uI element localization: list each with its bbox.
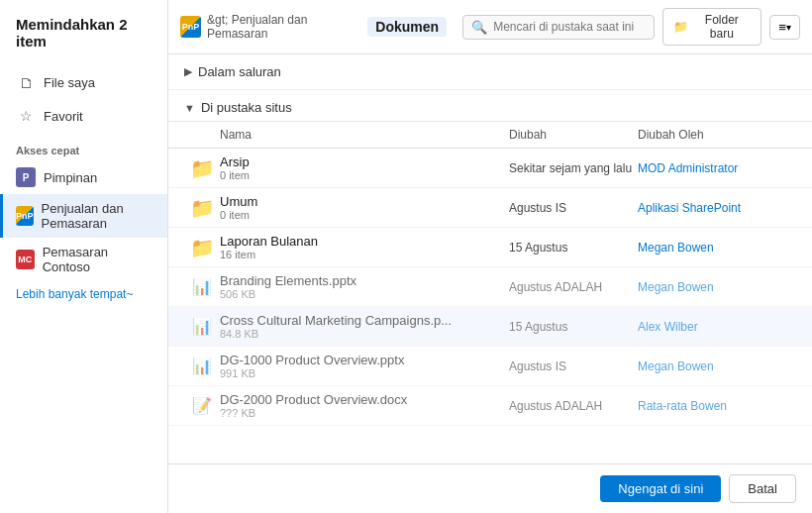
- chevron-right-icon: ▶: [184, 65, 192, 78]
- file-list: Nama Diubah Diubah Oleh 📁 Arsip 0 item S…: [168, 121, 812, 426]
- section-dalam-saluran-label: Dalam saluran: [198, 64, 281, 79]
- col-icon: [184, 128, 220, 142]
- file-date: Agustus IS: [509, 201, 638, 215]
- sidebar-more-link[interactable]: Lebih banyak tempat~: [0, 281, 167, 307]
- section-di-pustaka-label: Di pustaka situs: [201, 100, 292, 115]
- folder-icon: 📁: [184, 196, 220, 220]
- file-name-cell: Laporan Bulanan 16 item: [220, 234, 509, 260]
- sidebar-section-label: Akses cepat: [0, 133, 167, 160]
- folder-new-button[interactable]: 📁 Folder baru: [662, 8, 761, 46]
- file-date: Sekitar sejam yang lalu: [509, 161, 638, 175]
- sidebar-label-pemasaran: Pemasaran Contoso: [43, 245, 152, 274]
- table-row[interactable]: 📊 Cross Cultural Marketing Campaigns.p..…: [168, 307, 812, 347]
- file-name: Laporan Bulanan: [220, 234, 509, 249]
- menu-icon: ≡: [778, 20, 786, 35]
- confirm-button[interactable]: Ngengat di sini: [600, 475, 721, 502]
- ppt-icon: 📊: [184, 277, 220, 296]
- file-date: Agustus ADALAH: [509, 280, 638, 294]
- main-panel: PnP &gt; Penjualan dan Pemasaran Dokumen…: [168, 0, 812, 513]
- sidebar-item-pemasaran[interactable]: MC Pemasaran Contoso: [0, 238, 167, 281]
- sidebar-label-pimpinan: Pimpinan: [44, 170, 97, 185]
- col-diubah-oleh: Diubah Oleh: [638, 128, 796, 142]
- breadcrumb-path: &gt; Penjualan dan Pemasaran: [207, 13, 363, 41]
- file-name: Branding Elements.pptx: [220, 273, 509, 288]
- file-name: DG-2000 Product Overview.docx: [220, 392, 509, 407]
- section-dalam-saluran[interactable]: ▶ Dalam saluran: [168, 54, 812, 90]
- sidebar-item-file-saya[interactable]: 🗋 File saya: [0, 65, 167, 99]
- file-date: Agustus IS: [509, 359, 638, 373]
- table-row[interactable]: 📁 Umum 0 item Agustus IS Aplikasi ShareP…: [168, 188, 812, 228]
- table-row[interactable]: 📊 DG-1000 Product Overview.pptx 991 KB A…: [168, 347, 812, 386]
- breadcrumb-site-icon: PnP: [180, 16, 201, 38]
- file-name: Cross Cultural Marketing Campaigns.p...: [220, 313, 509, 328]
- file-icon: 🗋: [16, 72, 36, 92]
- file-name-cell: Cross Cultural Marketing Campaigns.p... …: [220, 313, 509, 340]
- folder-new-label: Folder baru: [692, 13, 751, 41]
- section-di-pustaka[interactable]: ▼ Di pustaka situs: [168, 90, 812, 121]
- col-name: Nama: [220, 128, 509, 142]
- bottombar: Ngengat di sini Batal: [168, 463, 812, 513]
- pimpinan-icon: P: [16, 167, 36, 187]
- file-date: Agustus ADALAH: [509, 399, 638, 413]
- file-author[interactable]: Rata-rata Bowen: [638, 399, 796, 413]
- doc-icon: 📝: [184, 396, 220, 415]
- pemasaran-icon: MC: [16, 250, 35, 269]
- topbar: PnP &gt; Penjualan dan Pemasaran Dokumen…: [168, 0, 812, 54]
- ppt-icon: 📊: [184, 317, 220, 336]
- folder-icon: 📁: [184, 236, 220, 259]
- file-name-cell: DG-1000 Product Overview.pptx 991 KB: [220, 353, 509, 379]
- sidebar-item-favorit[interactable]: ☆ Favorit: [0, 99, 167, 133]
- file-list-header: Nama Diubah Diubah Oleh: [168, 122, 812, 149]
- cancel-button[interactable]: Batal: [729, 474, 796, 503]
- file-sub: 0 item: [220, 209, 509, 221]
- file-sub: 991 KB: [220, 367, 509, 379]
- file-name-cell: Branding Elements.pptx 506 KB: [220, 273, 509, 300]
- sidebar-label-file-saya: File saya: [44, 75, 95, 90]
- file-name-cell: DG-2000 Product Overview.docx ??? KB: [220, 392, 509, 419]
- file-author[interactable]: Megan Bowen: [638, 280, 796, 294]
- sidebar-title: Memindahkan 2 item: [0, 16, 167, 65]
- ppt-icon: 📊: [184, 357, 220, 375]
- file-author[interactable]: Megan Bowen: [638, 359, 796, 373]
- breadcrumb-current: Dokumen: [367, 17, 447, 37]
- file-date: 15 Agustus: [509, 320, 638, 334]
- sidebar: Memindahkan 2 item 🗋 File saya ☆ Favorit…: [0, 0, 168, 513]
- search-icon: 🔍: [471, 20, 487, 35]
- sidebar-label-favorit: Favorit: [44, 109, 83, 124]
- star-icon: ☆: [16, 106, 36, 126]
- breadcrumb: PnP &gt; Penjualan dan Pemasaran Dokumen: [180, 13, 447, 41]
- file-sub: 16 item: [220, 249, 509, 260]
- menu-button[interactable]: ≡ ▾: [769, 15, 800, 40]
- folder-icon: 📁: [184, 156, 220, 180]
- col-diubah: Diubah: [509, 128, 638, 142]
- table-row[interactable]: 📝 DG-2000 Product Overview.docx ??? KB A…: [168, 386, 812, 426]
- search-box[interactable]: 🔍: [462, 15, 655, 40]
- file-sub: 84.8 KB: [220, 328, 509, 340]
- file-author[interactable]: Alex Wilber: [638, 320, 796, 334]
- search-input[interactable]: [493, 20, 646, 34]
- file-date: 15 Agustus: [509, 241, 638, 255]
- file-sub: 506 KB: [220, 288, 509, 300]
- file-author[interactable]: Aplikasi SharePoint: [638, 201, 796, 215]
- content-area: ▶ Dalam saluran ▼ Di pustaka situs Nama …: [168, 54, 812, 463]
- file-author[interactable]: Megan Bowen: [638, 241, 796, 255]
- folder-icon: 📁: [673, 20, 688, 34]
- file-author[interactable]: MOD Administrator: [638, 161, 796, 175]
- table-row[interactable]: 📊 Branding Elements.pptx 506 KB Agustus …: [168, 267, 812, 307]
- file-sub: ??? KB: [220, 407, 509, 419]
- sidebar-label-penjualan: Penjualan dan Pemasaran: [42, 201, 152, 231]
- file-sub: 0 item: [220, 169, 509, 181]
- file-name-cell: Umum 0 item: [220, 194, 509, 221]
- sidebar-item-pimpinan[interactable]: P Pimpinan: [0, 160, 167, 194]
- file-name: DG-1000 Product Overview.pptx: [220, 353, 509, 367]
- file-name: Arsip: [220, 154, 509, 169]
- penjualan-icon: PnP: [16, 206, 34, 226]
- file-name: Umum: [220, 194, 509, 209]
- chevron-down-icon: ▼: [184, 102, 195, 114]
- chevron-down-icon: ▾: [786, 22, 791, 33]
- file-name-cell: Arsip 0 item: [220, 154, 509, 181]
- table-row[interactable]: 📁 Laporan Bulanan 16 item 15 Agustus Meg…: [168, 228, 812, 267]
- table-row[interactable]: 📁 Arsip 0 item Sekitar sejam yang lalu M…: [168, 149, 812, 188]
- sidebar-item-penjualan[interactable]: PnP Penjualan dan Pemasaran: [0, 194, 167, 238]
